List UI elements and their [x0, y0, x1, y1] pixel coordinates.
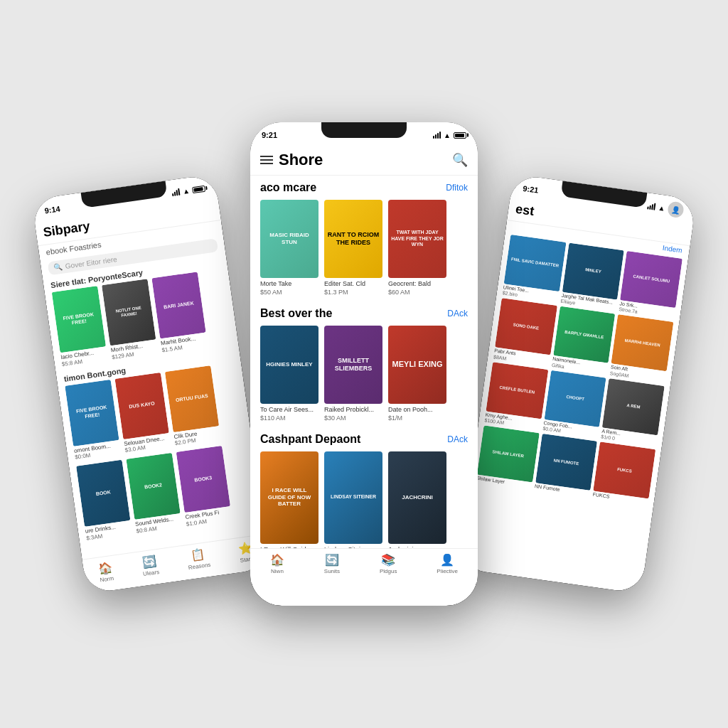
- left-phone-screen: 9:14 ▲ Sibpary ebook Foastries 🔍 Gover E…: [31, 174, 269, 594]
- center-section3-link[interactable]: DAck: [447, 434, 468, 444]
- center-books-row1: MASIC RIBAID STUN Morte Take $50 AM RANT…: [250, 197, 478, 301]
- list-item[interactable]: FIVE BROOK FREE! lacio Chebr... $5:8 AM: [52, 286, 108, 368]
- center-book-name-3: Geocrent: Bald: [388, 280, 446, 288]
- list-item[interactable]: FIVE BROOK FREE! omont Boom... $0:0M: [65, 379, 121, 461]
- list-item[interactable]: LINDSAY SITEINER Lindsay Siteiner $5 AM: [324, 451, 382, 548]
- scene: 9:14 ▲ Sibpary ebook Foastries 🔍 Gover E…: [0, 0, 728, 728]
- center-section1-link[interactable]: Dfitok: [446, 183, 468, 193]
- center-book-cover-9: JACHCRINI: [388, 451, 446, 544]
- list-item[interactable]: ORTUU FUAS Clik Dure $2.0 PM: [165, 365, 221, 447]
- center-book-name-1: Morte Take: [260, 280, 318, 288]
- list-icon: 📋: [190, 547, 205, 563]
- list-item[interactable]: BOOK ure Drinks... $:3AM: [76, 460, 132, 542]
- right-books-grid: FNIL SAVIC DAMATTER Ulinei Toe... $2.bir…: [470, 231, 688, 509]
- right-book-cover-2: MINLEY: [562, 242, 624, 299]
- left-nav-ulears[interactable]: 🔄Ulears: [141, 554, 160, 577]
- center-book-cover-5: SMILLETT SLIEMBERS: [324, 326, 382, 404]
- right-book-cover-7: CREFLE BUTLEN: [486, 362, 548, 419]
- center-section1-header: aco mcare Dfitok: [250, 176, 478, 197]
- left-book-cover-5: DUS KAYO: [114, 373, 168, 439]
- left-phone: 9:14 ▲ Sibpary ebook Foastries 🔍 Gover E…: [31, 174, 269, 594]
- list-item[interactable]: BARPLY GMAHLLE Naimonele... Gifika: [552, 306, 616, 375]
- home-icon: 🏠: [270, 553, 284, 567]
- home-icon: 🏠: [97, 560, 113, 576]
- list-item[interactable]: DUS KAYO Selouan Dnee... $3.0 AM: [114, 373, 171, 454]
- list-item[interactable]: FUKCS FUKCS: [592, 441, 655, 505]
- center-section2-link[interactable]: DAck: [447, 309, 468, 318]
- list-item[interactable]: CANLET SOLUMU Jo Srk... Stroe.7a: [619, 251, 682, 319]
- list-item[interactable]: MARRHI HEAVEN Soin Aft Sog0AM: [609, 314, 673, 382]
- list-item[interactable]: MASIC RIBAID STUN Morte Take $50 AM: [260, 200, 318, 296]
- user-icon: 👤: [440, 553, 454, 567]
- list-item[interactable]: I RACE WILL GUIDE OF NOW BATTER I Race W…: [260, 451, 318, 548]
- list-item[interactable]: BOOK2 Sound Welds... $0:8 AM: [126, 453, 182, 535]
- left-nav-home[interactable]: 🏠Norm: [97, 560, 114, 583]
- list-item[interactable]: JACHCRINI Jachcrini $12 AM: [388, 451, 446, 548]
- list-item[interactable]: BOOK3 Creek Plus Fi $1:0 AM: [176, 446, 232, 528]
- center-nav-pliective[interactable]: 👤Pliective: [437, 553, 458, 574]
- refresh-icon: 🔄: [141, 554, 157, 569]
- list-item[interactable]: SHILAW LAYER Shilaw Layer: [476, 425, 540, 489]
- center-book-info-2: Editer Sat. Cld $1.3 PM: [324, 280, 382, 296]
- center-nav-home[interactable]: 🏠Niwn: [270, 553, 284, 574]
- list-item[interactable]: HGINIES MINLEY To Care Air Sees... $110 …: [260, 326, 318, 422]
- list-item[interactable]: RANT TO RCIOM THE RIDES Editer Sat. Cld …: [324, 200, 382, 296]
- center-nav-pldgus[interactable]: 📚Pldgus: [380, 553, 397, 574]
- left-book-cover-3: BARI JANEK: [151, 272, 205, 338]
- center-bottom-nav: 🏠Niwn 🔄Sunits 📚Pldgus 👤Pliective: [250, 548, 478, 583]
- center-battery-icon: [454, 132, 466, 139]
- center-book-info-3: Geocrent: Bald $60 AM: [388, 280, 446, 296]
- list-item[interactable]: SONO OAKE Pabr Ants $8AM: [493, 298, 557, 366]
- list-item[interactable]: CREFLE BUTLEN Krny Aghe... $100 AM: [484, 362, 548, 430]
- center-nav-pldgus-label: Pldgus: [380, 568, 397, 574]
- right-phone: 9:21 ▲ 👤 est Indem FNIL SAVIC DAMATTER: [458, 174, 696, 594]
- left-bottom-nav: 🏠Norm 🔄Ulears 📋Reasons ⭐Stars: [82, 534, 269, 594]
- center-section2-header: Best over the DAck: [250, 301, 478, 323]
- left-book-cover-6: ORTUU FUAS: [165, 365, 219, 432]
- list-item[interactable]: SMILLETT SLIEMBERS Raiked Probickl... $3…: [324, 326, 382, 422]
- left-nav-ulears-label: Ulears: [142, 569, 159, 577]
- center-book-price-2: $1.3 PM: [324, 289, 382, 296]
- center-nav-sunits[interactable]: 🔄Sunits: [324, 553, 340, 574]
- center-scroll-content: aco mcare Dfitok MASIC RIBAID STUN Morte…: [250, 176, 478, 548]
- list-item[interactable]: FNIL SAVIC DAMATTER Ulinei Toe... $2.bir…: [502, 235, 566, 303]
- left-nav-reasons[interactable]: 📋Reasons: [186, 547, 210, 571]
- list-item[interactable]: MINLEY Jarghe Tal Mak Beats... Eliiaye: [560, 242, 624, 311]
- right-book-cover-10: SHILAW LAYER: [477, 425, 540, 482]
- right-book-cover-9: A REM: [602, 378, 665, 435]
- right-book-cover-6: MARRHI HEAVEN: [611, 314, 674, 371]
- left-book-cover-1: FIVE BROOK FREE!: [52, 286, 106, 353]
- left-book-cover-4: FIVE BROOK FREE!: [65, 379, 119, 446]
- list-item[interactable]: CHOOPT Congo Fob... $0.0 AM: [542, 370, 606, 438]
- center-book-price-5: $30 AM: [324, 414, 382, 422]
- list-item[interactable]: BARI JANEK Marhit Book... $1.5 AM: [151, 272, 208, 353]
- center-nav-sunits-label: Sunits: [324, 568, 340, 574]
- list-item[interactable]: TWAT WITH JDAY HAVE FIRE THEY JOR WYN Ge…: [388, 200, 446, 296]
- left-status-icons: ▲: [171, 184, 205, 196]
- right-phone-screen: 9:21 ▲ 👤 est Indem FNIL SAVIC DAMATTER: [458, 174, 696, 594]
- center-book-name-2: Editer Sat. Cld: [324, 280, 382, 288]
- center-section3-title: Cashpant Depaont: [260, 433, 360, 446]
- center-book-price-4: $110 AM: [260, 414, 318, 422]
- center-phone-screen: 9:21 ▲ Shore: [250, 122, 478, 606]
- center-search-icon[interactable]: 🔍: [452, 152, 468, 168]
- center-wifi-icon: ▲: [444, 132, 451, 139]
- left-search-placeholder: Gover Eitor riere: [65, 255, 117, 270]
- center-app-title: Shore: [279, 151, 323, 169]
- hamburger-menu-icon[interactable]: [260, 156, 273, 164]
- list-item[interactable]: NOTLIT ONE FAXME! Morh Rhist... $129 AM: [102, 279, 158, 360]
- list-item[interactable]: MEYLI EXING Date on Pooh... $1/M: [388, 326, 446, 422]
- center-book-price-3: $60 AM: [388, 289, 446, 296]
- right-avatar: 👤: [667, 200, 685, 218]
- right-book-cover-12: FUKCS: [594, 441, 656, 498]
- right-signal-icon: [647, 202, 655, 210]
- center-book-info-5: Raiked Probickl... $30 AM: [324, 406, 382, 422]
- center-book-info-1: Morte Take $50 AM: [260, 280, 318, 296]
- center-book-cover-3: TWAT WITH JDAY HAVE FIRE THEY JOR WYN: [388, 200, 446, 278]
- center-section3-header: Cashpant Depaont DAck: [250, 427, 478, 449]
- list-item[interactable]: NN FUMOTE NN Fumote: [534, 434, 597, 498]
- right-book-cover-8: CHOOPT: [544, 370, 606, 427]
- list-item[interactable]: A REM A Rem... $1r0 0: [601, 378, 665, 446]
- center-book-name-5: Raiked Probickl...: [324, 406, 382, 414]
- center-header-left: Shore: [260, 151, 323, 169]
